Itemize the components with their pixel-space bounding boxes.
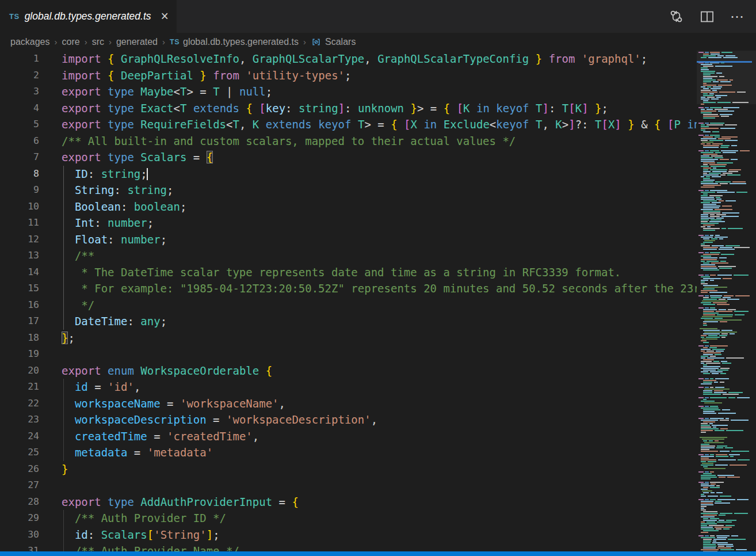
code-line[interactable]: 30 id: Scalars['String']; <box>0 527 697 543</box>
code-token: enum <box>108 364 134 377</box>
code-token: ; <box>147 216 154 229</box>
code-line[interactable]: 14 * The DateTime scalar type represents… <box>0 264 697 281</box>
code-token: number <box>121 233 161 246</box>
code-token: K <box>463 102 469 115</box>
code-line[interactable]: 29 /** Auth Provider ID */ <box>0 510 697 527</box>
code-token: ; <box>161 315 167 327</box>
code-token: in <box>423 118 437 131</box>
code-line[interactable]: 11 Int: number; <box>0 215 697 231</box>
code-token <box>437 118 443 131</box>
code-line[interactable]: 21 id = 'id', <box>0 379 697 395</box>
split-editor-icon[interactable] <box>700 9 715 24</box>
code-token <box>450 102 456 115</box>
code-token: T <box>180 85 186 98</box>
breadcrumb-item-generated[interactable]: generated <box>116 37 158 47</box>
code-token: : <box>114 184 128 196</box>
code-token: } <box>62 463 68 475</box>
code-line[interactable]: 9 String: string; <box>0 182 697 199</box>
status-bar[interactable] <box>0 551 756 556</box>
line-number: 22 <box>0 395 39 412</box>
code-token: T <box>536 118 542 131</box>
code-token: RequireFields <box>140 118 226 131</box>
code-line[interactable]: 23 workspaceDescription = 'workspaceDesc… <box>0 412 697 428</box>
code-token: [ <box>667 118 674 131</box>
code-token <box>417 118 423 131</box>
line-number: 4 <box>0 100 39 117</box>
code-line[interactable]: 1import { GraphQLResolveInfo, GraphQLSca… <box>0 51 697 67</box>
code-text: ID: string; <box>62 166 148 182</box>
code-token: [ <box>259 102 265 115</box>
code-token: = <box>186 151 206 163</box>
code-line[interactable]: 20export enum WorkspaceOrderable { <box>0 363 697 379</box>
code-line[interactable]: 24 createdTime = 'createdTime', <box>0 428 697 445</box>
code-line[interactable]: 19 <box>0 346 697 363</box>
code-token: 'metadata' <box>147 446 213 459</box>
code-token: ] <box>568 118 575 131</box>
code-token <box>575 52 581 65</box>
breadcrumb-separator: › <box>85 37 87 47</box>
code-line[interactable]: 17 DateTime: any; <box>0 313 697 330</box>
code-token: < <box>174 102 180 115</box>
code-text: export type Maybe<T> = T | null; <box>62 83 272 100</box>
code-token <box>62 216 75 229</box>
code-token: { <box>654 118 660 131</box>
line-number: 27 <box>0 477 39 494</box>
code-line[interactable]: 10 Boolean: boolean; <box>0 199 697 215</box>
code-token: , <box>253 430 259 443</box>
editor-code-area[interactable]: 1import { GraphQLResolveInfo, GraphQLSca… <box>0 51 697 556</box>
text-cursor <box>147 168 148 180</box>
code-token: key <box>266 102 285 115</box>
breadcrumb-item-src[interactable]: src <box>92 37 104 47</box>
code-token: [ <box>404 118 410 131</box>
code-token: < <box>226 118 232 131</box>
code-token: ] <box>614 118 621 131</box>
symbol-type-icon <box>311 37 322 47</box>
code-token <box>62 200 75 213</box>
code-token: DateTime <box>75 315 128 327</box>
code-line[interactable]: 13 /** <box>0 247 697 264</box>
code-token <box>101 151 108 163</box>
code-line[interactable]: 25 metadata = 'metadata' <box>0 444 697 461</box>
code-token <box>490 102 496 115</box>
code-line[interactable]: 27 <box>0 477 697 494</box>
more-actions-icon[interactable]: ⋯ <box>730 10 744 24</box>
code-text: import { DeepPartial } from 'utility-typ… <box>62 67 351 84</box>
code-token: ] <box>207 528 213 541</box>
code-line[interactable]: 8 ID: string; <box>0 166 697 182</box>
code-line[interactable]: 16 */ <box>0 297 697 314</box>
code-token: [ <box>568 102 575 115</box>
code-line[interactable]: 3export type Maybe<T> = T | null; <box>0 83 697 100</box>
code-line[interactable]: 6/** All built-in and custom scalars, ma… <box>0 133 697 150</box>
code-line[interactable]: 22 workspaceName = 'workspaceName', <box>0 395 697 412</box>
code-token <box>134 364 140 377</box>
code-token: ; <box>266 85 272 98</box>
code-line[interactable]: 26} <box>0 461 697 478</box>
breadcrumb-item-packages[interactable]: packages <box>10 37 50 47</box>
code-line[interactable]: 2import { DeepPartial } from 'utility-ty… <box>0 67 697 84</box>
code-line[interactable]: 18}; <box>0 330 697 346</box>
code-line[interactable]: 7export type Scalars = { <box>0 149 697 166</box>
code-token: > = <box>417 102 444 115</box>
code-line[interactable]: 5export type RequireFields<T, K extends … <box>0 116 697 133</box>
breadcrumb-item-scalars[interactable]: Scalars <box>311 37 356 47</box>
breadcrumb-item-global-db-types-generated-ts[interactable]: TSglobal.db.types.generated.ts <box>170 37 299 47</box>
breadcrumb-label: Scalars <box>325 37 356 47</box>
code-token <box>101 364 108 377</box>
breadcrumb-item-core[interactable]: core <box>62 37 80 47</box>
minimap[interactable] <box>697 51 756 556</box>
code-token: { <box>246 102 252 115</box>
code-line[interactable]: 4export type Exact<T extends { [key: str… <box>0 100 697 117</box>
code-token: } <box>595 102 601 115</box>
close-icon[interactable]: × <box>161 10 169 23</box>
tab-global-db-types-generated[interactable]: TS global.db.types.generated.ts × <box>0 0 177 33</box>
code-token: /** All built-in and custom scalars, map… <box>62 135 516 147</box>
code-token <box>529 102 536 115</box>
code-token: , <box>542 118 555 131</box>
code-line[interactable]: 15 * For example: "1985-04-12T23:20:50.5… <box>0 280 697 297</box>
code-line[interactable]: 12 Float: number; <box>0 231 697 248</box>
open-changes-icon[interactable] <box>669 9 684 24</box>
code-token: T <box>536 102 542 115</box>
code-token: 'id' <box>108 380 134 393</box>
code-token: > <box>562 118 568 131</box>
code-line[interactable]: 28export type AddAuthProviderInput = { <box>0 494 697 511</box>
